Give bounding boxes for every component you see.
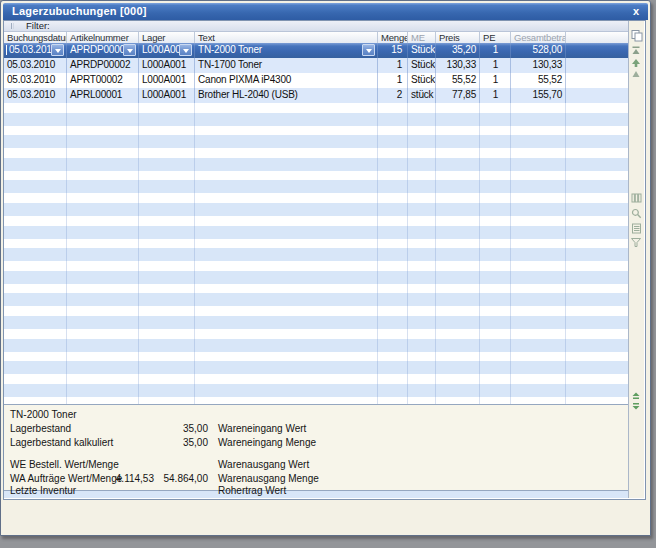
- column-header-text[interactable]: Text: [195, 32, 378, 43]
- cell-preis[interactable]: 77,85: [436, 88, 480, 103]
- empty-row: [4, 491, 628, 498]
- cell-me[interactable]: Stück: [408, 73, 436, 88]
- cell-text[interactable]: Brother HL-2040 (USB): [195, 88, 378, 103]
- cell-menge[interactable]: 1: [378, 58, 408, 73]
- table-row-selected[interactable]: 05.03.2010 APRDP00001 L000A001 TN-2000 T…: [4, 43, 628, 58]
- scroll-to-top-icon[interactable]: [631, 46, 641, 55]
- cell-gesamtbetrag[interactable]: 155,70: [511, 88, 566, 103]
- cell-lager[interactable]: L000A001: [139, 58, 195, 73]
- cell-filler: [566, 43, 628, 58]
- table-row[interactable]: 05.03.2010 APRDP00002 L000A001 TN-1700 T…: [4, 58, 628, 73]
- wa-auftraege-menge: 54.864,00: [144, 473, 208, 484]
- chevron-down-icon: [183, 49, 189, 53]
- lagerbestand-kalkuliert-label: Lagerbestand kalkuliert: [10, 437, 113, 448]
- cell-lager[interactable]: L000A001: [139, 43, 195, 58]
- cell-buchungsdatum[interactable]: 05.03.2010: [4, 43, 67, 58]
- summary-panel: TN-2000 Toner Lagerbestand 35,00 Warenei…: [4, 404, 628, 491]
- wareneingang-wert-label: Wareneingang Wert: [218, 423, 306, 434]
- cell-text[interactable]: Canon PIXMA iP4300: [195, 73, 378, 88]
- cell-preis[interactable]: 130,33: [436, 58, 480, 73]
- chevron-down-icon: [55, 49, 61, 53]
- column-line: [435, 43, 436, 404]
- side-toolbar: [628, 21, 644, 498]
- column-header-buchungsdatum[interactable]: Buchungsdatum: [4, 32, 67, 43]
- cell-preis[interactable]: 55,52: [436, 73, 480, 88]
- cell-menge[interactable]: 2: [378, 88, 408, 103]
- column-header-me[interactable]: ME: [408, 32, 436, 43]
- search-icon[interactable]: [631, 208, 642, 219]
- column-header-pe[interactable]: PE: [480, 32, 511, 43]
- screen: Lagerzubuchungen [000] x Filter: Buchung…: [0, 0, 656, 548]
- wa-auftraege-wert: 4.114,53: [64, 473, 154, 484]
- column-header-filler: [566, 32, 628, 43]
- column-header-lager[interactable]: Lager: [139, 32, 195, 43]
- we-bestell-label: WE Bestell. Wert/Menge: [10, 459, 119, 470]
- lagerbestand-kalkuliert-value: 35,00: [144, 437, 208, 448]
- dropdown-button[interactable]: [51, 44, 64, 56]
- chevron-down-icon: [127, 49, 133, 53]
- cell-pe[interactable]: 1: [480, 73, 511, 88]
- column-line: [194, 43, 195, 404]
- column-line: [479, 43, 480, 404]
- cell-artikelnummer[interactable]: APRL00001: [67, 88, 139, 103]
- rohertrag-wert-label: Rohertrag Wert: [218, 480, 286, 496]
- dropdown-button[interactable]: [123, 44, 136, 56]
- table-row[interactable]: 05.03.2010 APRL00001 L000A001 Brother HL…: [4, 88, 628, 103]
- copy-icon[interactable]: [631, 30, 643, 42]
- column-header-menge[interactable]: Menge: [378, 32, 408, 43]
- filter-bar[interactable]: Filter:: [4, 21, 628, 32]
- scroll-up-icon[interactable]: [631, 58, 641, 68]
- cell-menge[interactable]: 1: [378, 73, 408, 88]
- cell-lager[interactable]: L000A001: [139, 88, 195, 103]
- cell-gesamtbetrag[interactable]: 55,52: [511, 73, 566, 88]
- cell-buchungsdatum[interactable]: 05.03.2010: [4, 88, 67, 103]
- column-header-artikelnummer[interactable]: Artikelnummer: [67, 32, 139, 43]
- filter-funnel-icon[interactable]: [631, 238, 641, 247]
- table-row[interactable]: 05.03.2010 APRT00002 L000A001 Canon PIXM…: [4, 73, 628, 88]
- close-button[interactable]: x: [633, 3, 639, 19]
- app-window: Lagerzubuchungen [000] x Filter: Buchung…: [0, 0, 651, 536]
- panel-toggle-icon[interactable]: [631, 392, 641, 400]
- column-line: [66, 43, 67, 404]
- sheet-icon[interactable]: [631, 223, 642, 234]
- cell-preis[interactable]: 35,20: [436, 43, 480, 58]
- filter-grip-icon: [11, 23, 12, 29]
- cell-pe[interactable]: 1: [480, 88, 511, 103]
- empty-rows-area: [4, 103, 628, 404]
- cell-gesamtbetrag[interactable]: 528,00: [511, 43, 566, 58]
- window-titlebar[interactable]: Lagerzubuchungen [000] x: [3, 3, 648, 20]
- cell-value: APRDP00001: [70, 44, 130, 55]
- inventory-grid: Filter: Buchungsdatum Artikelnummer Lage…: [3, 20, 646, 500]
- column-header-preis[interactable]: Preis: [436, 32, 480, 43]
- column-line: [138, 43, 139, 404]
- wareneingang-menge-label: Wareneingang Menge: [218, 437, 316, 448]
- dropdown-button[interactable]: [362, 44, 375, 56]
- cell-pe[interactable]: 1: [480, 43, 511, 58]
- cell-artikelnummer[interactable]: APRT00002: [67, 73, 139, 88]
- cell-buchungsdatum[interactable]: 05.03.2010: [4, 73, 67, 88]
- column-line: [407, 43, 408, 404]
- cell-text[interactable]: TN-1700 Toner: [195, 58, 378, 73]
- cell-menge[interactable]: 15: [378, 43, 408, 58]
- cell-artikelnummer[interactable]: APRDP00001: [67, 43, 139, 58]
- cell-me[interactable]: Stück: [408, 43, 436, 58]
- panel-toggle-icon[interactable]: [631, 402, 641, 410]
- dropdown-button[interactable]: [179, 44, 192, 56]
- column-header-gesamtbetrag[interactable]: Gesamtbetrag: [511, 32, 566, 43]
- letzte-inventur-label: Letzte Inventur: [10, 480, 76, 496]
- cell-me[interactable]: Stück: [408, 58, 436, 73]
- cell-lager[interactable]: L000A001: [139, 73, 195, 88]
- column-line: [377, 43, 378, 404]
- scroll-up-small-icon[interactable]: [631, 70, 641, 78]
- cell-pe[interactable]: 1: [480, 58, 511, 73]
- cell-artikelnummer[interactable]: APRDP00002: [67, 58, 139, 73]
- cell-buchungsdatum[interactable]: 05.03.2010: [4, 58, 67, 73]
- summary-article: TN-2000 Toner: [10, 409, 77, 420]
- cell-gesamtbetrag[interactable]: 130,33: [511, 58, 566, 73]
- cell-text[interactable]: TN-2000 Toner: [195, 43, 378, 58]
- cell-value: TN-2000 Toner: [198, 44, 262, 55]
- cell-value: 05.03.2010: [9, 44, 57, 55]
- text-caret: [6, 45, 7, 55]
- cell-me[interactable]: stück: [408, 88, 436, 103]
- columns-icon[interactable]: [631, 193, 642, 203]
